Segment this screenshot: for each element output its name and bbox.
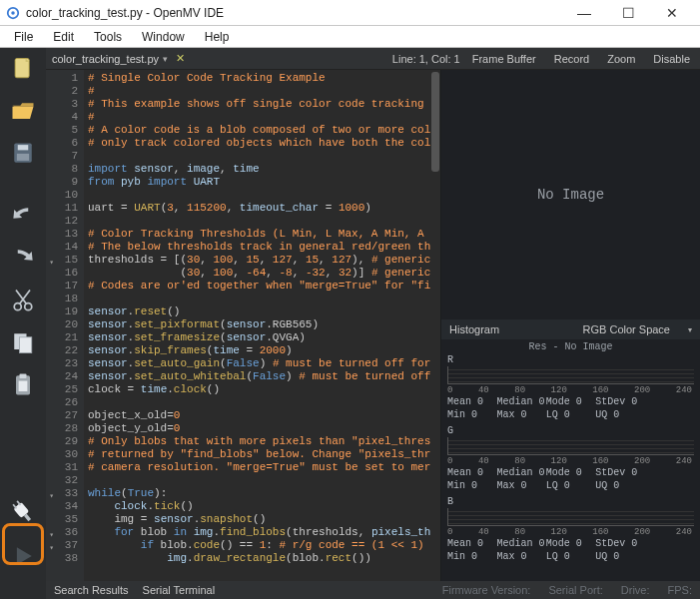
menu-tools[interactable]: Tools	[84, 28, 132, 46]
histogram-body: Res - No Image R04080120160200240Mean 0M…	[441, 339, 700, 599]
stat-median: Median 0	[496, 395, 545, 408]
frame-buffer-placeholder: No Image	[537, 187, 604, 203]
channel-stats: Mean 0Median 0Mode 0StDev 0Min 0Max 0LQ …	[447, 395, 694, 421]
editor-scrollbar[interactable]	[430, 70, 440, 599]
status-bar: Search Results Serial Terminal Firmware …	[46, 581, 700, 599]
workspace: color_tracking_test.py ▾ ✕ Line: 1, Col:…	[0, 48, 700, 599]
editor-tabbar: color_tracking_test.py ▾ ✕ Line: 1, Col:…	[46, 48, 700, 70]
window-title: color_tracking_test.py - OpenMV IDE	[26, 6, 562, 20]
svg-rect-5	[18, 145, 29, 150]
main-area: color_tracking_test.py ▾ ✕ Line: 1, Col:…	[46, 48, 700, 599]
channel-plot	[447, 366, 694, 384]
svg-rect-12	[20, 374, 27, 378]
histogram-channel-r: R04080120160200240Mean 0Median 0Mode 0St…	[447, 354, 694, 421]
cursor-position: Line: 1, Col: 1	[392, 53, 460, 65]
stat-uq: UQ 0	[595, 408, 644, 421]
window-maximize-button[interactable]: ☐	[606, 0, 650, 26]
histogram-channel-g: G04080120160200240Mean 0Median 0Mode 0St…	[447, 425, 694, 492]
stat-median: Median 0	[496, 537, 545, 550]
stat-min: Min 0	[447, 479, 496, 492]
tab-filename: color_tracking_test.py	[52, 53, 159, 65]
scrollbar-thumb[interactable]	[431, 72, 439, 172]
window-minimize-button[interactable]: —	[562, 0, 606, 26]
editor-panels-split: 123456789101112131415▾161718192021222324…	[46, 70, 700, 599]
stat-stdev: StDev 0	[595, 395, 644, 408]
channel-axis: 04080120160200240	[447, 527, 694, 537]
chevron-down-icon: ▾	[688, 325, 692, 334]
svg-rect-13	[19, 381, 28, 392]
code-area[interactable]: # Single Color Code Tracking Example## T…	[84, 70, 440, 599]
copy-button[interactable]	[6, 327, 40, 357]
status-search-results[interactable]: Search Results	[54, 584, 129, 596]
stat-mean: Mean 0	[447, 537, 496, 550]
zoom-button[interactable]: Zoom	[607, 53, 635, 65]
menu-edit[interactable]: Edit	[43, 28, 84, 46]
stat-stdev: StDev 0	[595, 537, 644, 550]
right-panel: No Image Histogram RGB Color Space ▾ Res…	[440, 70, 700, 599]
editor-tab[interactable]: color_tracking_test.py ▾ ✕	[52, 52, 185, 65]
record-button[interactable]: Record	[554, 53, 589, 65]
menu-window[interactable]: Window	[132, 28, 195, 46]
window-titlebar: color_tracking_test.py - OpenMV IDE — ☐ …	[0, 0, 700, 26]
disable-button[interactable]: Disable	[653, 53, 690, 65]
histogram-resolution: Res - No Image	[447, 341, 694, 352]
svg-marker-18	[17, 547, 32, 565]
left-toolbar	[0, 48, 46, 599]
histogram-channel-b: B04080120160200240Mean 0Median 0Mode 0St…	[447, 496, 694, 563]
stat-max: Max 0	[496, 550, 545, 563]
svg-rect-6	[17, 154, 29, 161]
channel-label: G	[447, 425, 694, 436]
run-button[interactable]	[6, 541, 40, 571]
stat-mode: Mode 0	[546, 537, 595, 550]
status-serial-terminal[interactable]: Serial Terminal	[143, 584, 216, 596]
channel-axis: 04080120160200240	[447, 456, 694, 466]
stat-max: Max 0	[496, 479, 545, 492]
frame-buffer-label[interactable]: Frame Buffer	[472, 53, 536, 65]
save-file-button[interactable]	[6, 138, 40, 168]
stat-mode: Mode 0	[546, 466, 595, 479]
stat-median: Median 0	[496, 466, 545, 479]
code-editor[interactable]: 123456789101112131415▾161718192021222324…	[46, 70, 440, 599]
cut-button[interactable]	[6, 286, 40, 315]
redo-button[interactable]	[6, 244, 40, 274]
stat-min: Min 0	[447, 408, 496, 421]
histogram-title: Histogram	[449, 323, 499, 335]
chevron-down-icon: ▾	[163, 54, 168, 64]
channel-plot	[447, 508, 694, 526]
stat-lq: LQ 0	[546, 408, 595, 421]
open-file-button[interactable]	[6, 96, 40, 126]
status-serial-port: Serial Port:	[548, 584, 602, 596]
menu-bar: File Edit Tools Window Help	[0, 26, 700, 48]
connect-button[interactable]	[6, 497, 40, 527]
menu-help[interactable]: Help	[195, 28, 240, 46]
channel-stats: Mean 0Median 0Mode 0StDev 0Min 0Max 0LQ …	[447, 537, 694, 563]
color-space-value: RGB Color Space	[583, 323, 670, 335]
channel-stats: Mean 0Median 0Mode 0StDev 0Min 0Max 0LQ …	[447, 466, 694, 492]
channel-axis: 04080120160200240	[447, 385, 694, 395]
channel-plot	[447, 437, 694, 455]
stat-mean: Mean 0	[447, 395, 496, 408]
app-icon	[6, 6, 20, 20]
paste-button[interactable]	[6, 369, 40, 399]
channel-label: R	[447, 354, 694, 365]
status-fps: FPS:	[668, 584, 692, 596]
histogram-header: Histogram RGB Color Space ▾	[441, 319, 700, 339]
line-number-gutter: 123456789101112131415▾161718192021222324…	[46, 70, 84, 599]
window-close-button[interactable]: ✕	[650, 0, 694, 26]
stat-mean: Mean 0	[447, 466, 496, 479]
menu-file[interactable]: File	[4, 28, 43, 46]
stat-uq: UQ 0	[595, 479, 644, 492]
frame-buffer-view[interactable]: No Image	[441, 70, 700, 319]
svg-rect-10	[20, 337, 32, 353]
channel-label: B	[447, 496, 694, 507]
tab-close-icon[interactable]: ✕	[176, 52, 185, 65]
stat-mode: Mode 0	[546, 395, 595, 408]
stat-uq: UQ 0	[595, 550, 644, 563]
stat-lq: LQ 0	[546, 479, 595, 492]
stat-stdev: StDev 0	[595, 466, 644, 479]
color-space-selector[interactable]: RGB Color Space ▾	[583, 323, 692, 335]
svg-point-1	[11, 11, 15, 15]
new-file-button[interactable]	[6, 54, 40, 84]
undo-button[interactable]	[6, 202, 40, 232]
stat-max: Max 0	[496, 408, 545, 421]
